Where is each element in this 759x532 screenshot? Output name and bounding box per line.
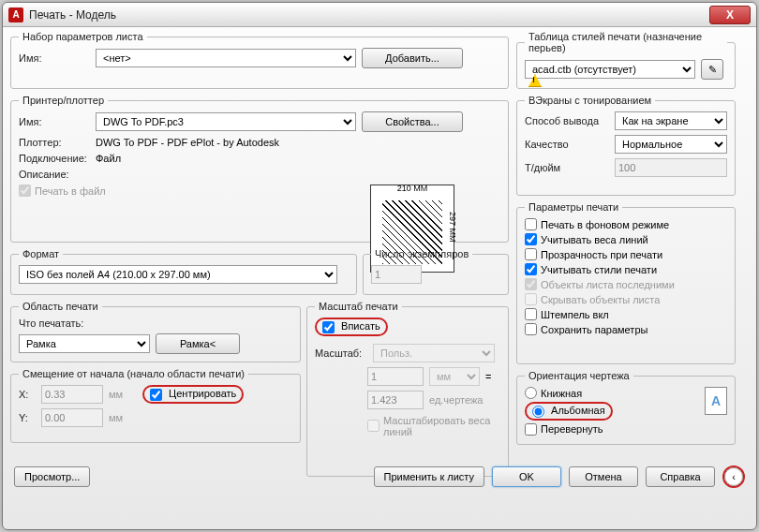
center-circled: Центрировать (142, 385, 244, 404)
connection-label: Подключение: (19, 153, 90, 164)
hide-label: Скрывать объекты листа (541, 294, 660, 305)
plot-to-file-checkbox (19, 185, 31, 197)
copies-group: Число экземпляров (363, 248, 509, 295)
y-unit: мм (109, 412, 123, 423)
printer-legend: Принтер/плоттер (19, 95, 108, 106)
upside-checkbox[interactable] (525, 423, 537, 436)
titlebar[interactable]: A Печать - Модель X (3, 3, 756, 27)
offset-legend: Смещение от начала (начало области печат… (19, 368, 248, 379)
styles-label: Учитывать стили печати (541, 264, 657, 275)
center-label: Центрировать (169, 388, 236, 399)
save-checkbox[interactable] (525, 323, 537, 335)
scale-lw-checkbox (367, 420, 380, 432)
plotter-value: DWG To PDF - PDF ePlot - by Autodesk (96, 137, 279, 148)
scale-label: Масштаб: (315, 347, 367, 359)
paper-size-select[interactable]: ISO без полей A4 (210.00 x 297.00 мм) (19, 265, 337, 284)
ok-button[interactable]: OK (492, 466, 561, 487)
page-setup-group: Набор параметров листа Имя: <нет> Добави… (10, 31, 509, 89)
bg-checkbox[interactable] (525, 218, 537, 230)
shade-method-select[interactable]: Как на экране (615, 111, 727, 130)
upside-label: Перевернуть (541, 423, 603, 435)
offset-group: Смещение от начала (начало области печат… (10, 368, 301, 443)
quality-select[interactable]: Нормальное (615, 135, 727, 154)
landscape-radio[interactable] (532, 406, 544, 418)
orientation-group: Ориентация чертежа Книжная Альбомная Пер… (516, 370, 736, 445)
paper-size-group: Формат ISO без полей A4 (210.00 x 297.00… (10, 248, 357, 295)
window-title: Печать - Модель (29, 8, 709, 22)
chevron-left-icon: ‹ (732, 471, 736, 482)
scale-lw-label: Масштабировать веса линий (383, 415, 500, 437)
plot-scale-group: Масштаб печати Вписать Масштаб: Польз. м… (306, 301, 509, 477)
plot-style-group: Таблица стилей печати (назначение перьев… (516, 31, 736, 89)
plot-area-group: Область печати Что печатать: Рамка Рамка… (10, 301, 301, 362)
shaded-legend: ВЭкраны с тонированием (525, 95, 655, 106)
stamp-label: Штемпель вкл (541, 309, 609, 320)
apply-button[interactable]: Применить к листу (374, 466, 485, 487)
app-icon: A (8, 7, 23, 22)
plot-options-group: Параметры печати Печать в фоновом режиме… (516, 201, 736, 364)
fit-checkbox[interactable] (322, 321, 335, 333)
lw-label: Учитывать веса линий (541, 234, 648, 245)
preview-width: 210 MM (371, 184, 454, 193)
description-label: Описание: (19, 169, 90, 180)
orientation-icon: A (705, 387, 727, 415)
pagesetup-name-label: Имя: (19, 52, 90, 64)
y-label: Y: (19, 412, 36, 423)
stamp-checkbox[interactable] (525, 308, 537, 320)
paper-size-legend: Формат (19, 248, 63, 259)
page-setup-legend: Набор параметров листа (19, 31, 147, 42)
landscape-circled: Альбомная (525, 402, 613, 421)
plot-dialog: A Печать - Модель X Набор параметров лис… (2, 2, 757, 530)
plot-scale-legend: Масштаб печати (315, 301, 402, 312)
plot-style-edit-button[interactable]: ✎ (701, 59, 723, 80)
x-input (41, 385, 103, 404)
center-checkbox[interactable] (150, 389, 162, 401)
plot-style-select[interactable]: acad.ctb (отсутствует) (525, 60, 695, 79)
shaded-viewport-group: ВЭкраны с тонированием Способ вывода Как… (516, 95, 736, 196)
properties-button[interactable]: Свойства... (362, 111, 463, 132)
scale-unit-select: мм (429, 367, 480, 386)
close-button[interactable]: X (709, 6, 751, 24)
window-button[interactable]: Рамка< (156, 333, 240, 354)
equals-label: = (485, 371, 491, 382)
dpi-input (615, 158, 727, 177)
printer-name-label: Имя: (19, 116, 90, 127)
drawing-units-label: ед.чертежа (429, 394, 483, 406)
y-input (41, 408, 103, 427)
quality-label: Качество (525, 139, 609, 150)
copies-input (371, 265, 422, 284)
plotter-label: Плоттер: (19, 137, 90, 148)
what-to-plot-select[interactable]: Рамка (19, 334, 150, 353)
lw-checkbox[interactable] (525, 233, 537, 245)
pagesetup-name-select[interactable]: <нет> (96, 49, 356, 67)
transp-checkbox[interactable] (525, 248, 537, 260)
scale-denom-input (367, 391, 424, 409)
scale-select: Польз. (373, 344, 495, 362)
add-button[interactable]: Добавить... (362, 48, 463, 68)
portrait-radio[interactable] (525, 387, 537, 399)
hide-checkbox (525, 293, 537, 305)
last-checkbox (525, 278, 537, 290)
expand-button[interactable]: ‹ (724, 467, 743, 486)
styles-checkbox[interactable] (525, 263, 537, 275)
expand-circled: ‹ (722, 466, 745, 488)
plot-to-file-label: Печать в файл (35, 185, 106, 197)
plot-style-legend: Таблица стилей печати (назначение перьев… (525, 31, 727, 53)
plot-options-legend: Параметры печати (525, 201, 622, 213)
connection-value: Файл (96, 153, 121, 164)
preview-button[interactable]: Просмотр... (14, 466, 90, 487)
shade-method-label: Способ вывода (525, 115, 609, 126)
save-label: Сохранить параметры (541, 324, 647, 335)
transp-label: Прозрачность при печати (541, 249, 662, 260)
what-to-plot-label: Что печатать: (19, 318, 83, 329)
cancel-button[interactable]: Отмена (569, 466, 638, 487)
scale-num-input (367, 367, 424, 386)
x-unit: мм (109, 389, 137, 400)
help-button[interactable]: Справка (646, 466, 715, 487)
printer-name-select[interactable]: DWG To PDF.pc3 (96, 112, 356, 131)
dpi-label: Т/дюйм (525, 162, 609, 173)
last-label: Объекты листа последними (541, 279, 675, 290)
plot-area-legend: Область печати (19, 301, 102, 312)
footer: Просмотр... Применить к листу OK Отмена … (14, 466, 745, 488)
x-label: X: (19, 389, 36, 400)
